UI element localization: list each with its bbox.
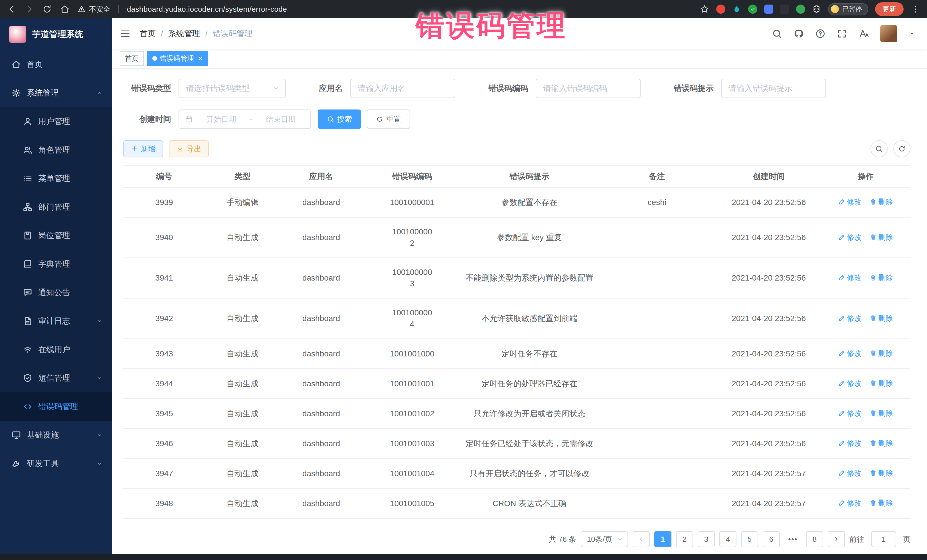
- app-logo[interactable]: 芋道管理系统: [0, 18, 112, 50]
- browser-home-icon[interactable]: [60, 4, 70, 14]
- extensions-puzzle-icon[interactable]: [812, 5, 821, 14]
- error-code-input[interactable]: [536, 79, 641, 98]
- chevron-right-icon: [833, 536, 840, 543]
- extension-icon[interactable]: [716, 5, 725, 14]
- pagination-page-2[interactable]: 2: [676, 531, 693, 547]
- sidebar-item-dept-mgmt[interactable]: 部门管理: [0, 193, 112, 221]
- extension-icon[interactable]: [764, 5, 773, 14]
- delete-link[interactable]: 删除: [870, 272, 893, 284]
- sidebar-item-sms-mgmt[interactable]: 短信管理: [0, 364, 112, 392]
- error-hint-input[interactable]: [721, 79, 826, 98]
- page-size-select[interactable]: 10条/页: [581, 531, 628, 547]
- pagination-page-4[interactable]: 4: [719, 531, 737, 547]
- error-type-select[interactable]: 请选择错误码类型: [179, 79, 286, 98]
- delete-link[interactable]: 删除: [870, 407, 893, 419]
- security-chip[interactable]: 不安全: [78, 5, 110, 14]
- pagination-page-1[interactable]: 1: [654, 531, 672, 547]
- search-icon[interactable]: [772, 29, 782, 39]
- sms-icon: [23, 373, 32, 383]
- edit-link[interactable]: 修改: [838, 313, 862, 324]
- sidebar-item-online-user[interactable]: 在线用户: [0, 335, 112, 364]
- cell-actions: 修改删除: [821, 217, 910, 258]
- add-button[interactable]: 新增: [123, 140, 163, 157]
- sidebar-item-post-mgmt[interactable]: 岗位管理: [0, 221, 112, 250]
- pagination-next-button[interactable]: [828, 531, 845, 547]
- delete-link[interactable]: 删除: [870, 196, 893, 208]
- sidebar-item-dev-tools[interactable]: 研发工具: [0, 449, 112, 478]
- sidebar-item-menu-mgmt[interactable]: 菜单管理: [0, 164, 112, 193]
- sidebar-item-home[interactable]: 首页: [0, 50, 112, 79]
- forward-icon[interactable]: [24, 4, 34, 14]
- search-button[interactable]: 搜索: [318, 109, 361, 129]
- delete-link[interactable]: 删除: [870, 497, 893, 509]
- sidebar-item-audit-log[interactable]: 审计日志: [0, 307, 112, 335]
- pagination-page-6[interactable]: 6: [763, 531, 780, 547]
- github-icon[interactable]: [793, 29, 804, 39]
- back-icon[interactable]: [7, 4, 17, 14]
- extension-icon[interactable]: [780, 5, 789, 14]
- update-button[interactable]: 更新: [875, 2, 904, 16]
- pagination-page-3[interactable]: 3: [698, 531, 715, 547]
- tab-error-code[interactable]: 错误码管理 ×: [147, 51, 208, 66]
- hamburger-icon[interactable]: [120, 28, 131, 39]
- goto-page-input[interactable]: [871, 531, 896, 547]
- refresh-button[interactable]: [894, 140, 910, 157]
- edit-link[interactable]: 修改: [838, 407, 862, 419]
- delete-link[interactable]: 删除: [870, 232, 893, 243]
- fullscreen-icon[interactable]: [837, 29, 847, 39]
- search-toggle-button[interactable]: [871, 140, 887, 157]
- sidebar-item-system[interactable]: 系统管理: [0, 79, 112, 107]
- delete-link[interactable]: 删除: [870, 437, 893, 449]
- avatar[interactable]: [880, 25, 897, 42]
- help-icon[interactable]: [815, 29, 825, 39]
- reload-icon[interactable]: [42, 4, 52, 14]
- sidebar-item-infra[interactable]: 基础设施: [0, 421, 112, 449]
- font-size-icon[interactable]: [859, 29, 869, 39]
- table-row: 3947自动生成dashboard1001001004只有开启状态的任务，才可以…: [123, 458, 910, 489]
- pagination-page-8[interactable]: 8: [806, 531, 823, 547]
- edit-link[interactable]: 修改: [838, 467, 862, 479]
- delete-link[interactable]: 删除: [870, 313, 893, 324]
- edit-link[interactable]: 修改: [838, 272, 862, 284]
- reset-button[interactable]: 重置: [367, 109, 410, 129]
- tab-home[interactable]: 首页: [120, 51, 144, 66]
- sidebar-item-label: 错误码管理: [38, 401, 103, 412]
- export-button[interactable]: 导出: [169, 140, 209, 157]
- breadcrumb: 首页 / 系统管理 / 错误码管理: [140, 28, 253, 39]
- bookmark-star-icon[interactable]: [700, 4, 710, 14]
- date-range-picker[interactable]: 开始日期 - 结束日期: [179, 109, 311, 129]
- caret-down-icon[interactable]: [909, 30, 916, 37]
- edit-link[interactable]: 修改: [838, 378, 862, 389]
- edit-link[interactable]: 修改: [838, 196, 862, 208]
- close-icon[interactable]: ×: [198, 55, 202, 62]
- delete-link[interactable]: 删除: [870, 378, 893, 389]
- top-navbar: 首页 / 系统管理 / 错误码管理: [112, 18, 927, 49]
- breadcrumb-home[interactable]: 首页: [140, 28, 156, 39]
- edit-link[interactable]: 修改: [838, 232, 862, 243]
- edit-icon: [838, 234, 845, 241]
- profile-chip[interactable]: 已暂停: [828, 3, 868, 15]
- kebab-menu-icon[interactable]: [910, 4, 920, 14]
- edit-link[interactable]: 修改: [838, 497, 862, 509]
- edit-link[interactable]: 修改: [838, 348, 862, 359]
- extension-icon[interactable]: [796, 5, 805, 14]
- extension-icon[interactable]: [748, 5, 757, 14]
- delete-link[interactable]: 删除: [870, 348, 893, 359]
- delete-link[interactable]: 删除: [870, 467, 893, 479]
- extension-icon[interactable]: [732, 5, 741, 14]
- cell-app: dashboard: [280, 428, 363, 458]
- sidebar-item-error-code[interactable]: 错误码管理: [0, 392, 112, 421]
- app-name-input[interactable]: [350, 79, 455, 98]
- pagination-prev-button[interactable]: [633, 531, 650, 547]
- column-header: 创建时间: [717, 165, 821, 187]
- url-text[interactable]: dashboard.yudao.iocoder.cn/system/error-…: [127, 5, 287, 14]
- sidebar-item-role-mgmt[interactable]: 角色管理: [0, 136, 112, 164]
- edit-link[interactable]: 修改: [838, 437, 862, 449]
- pagination-page-5[interactable]: 5: [741, 531, 758, 547]
- sidebar-item-notice[interactable]: 通知公告: [0, 278, 112, 307]
- pagination-more-button[interactable]: •••: [784, 531, 801, 547]
- sidebar-item-user-mgmt[interactable]: 用户管理: [0, 107, 112, 136]
- cell-actions: 修改删除: [821, 458, 910, 489]
- breadcrumb-system[interactable]: 系统管理: [168, 28, 200, 39]
- sidebar-item-dict-mgmt[interactable]: 字典管理: [0, 250, 112, 278]
